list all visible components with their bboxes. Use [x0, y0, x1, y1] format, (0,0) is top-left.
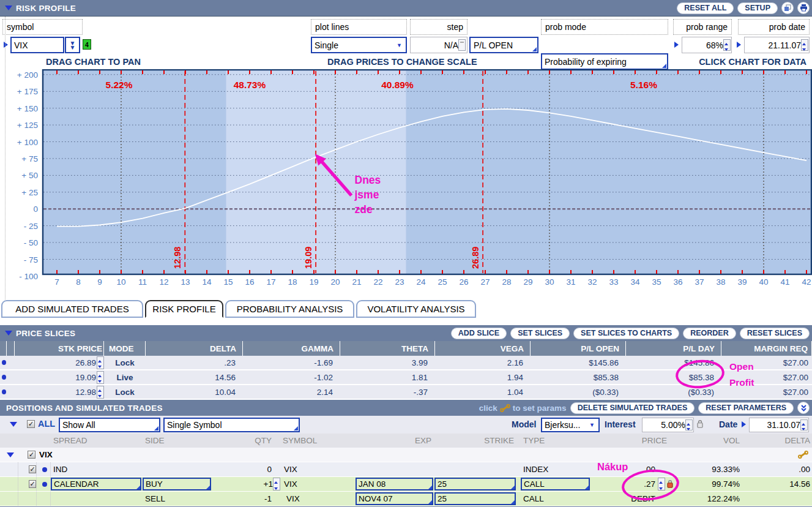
y-axis-label: + 25 [21, 188, 38, 197]
y-axis-label: + 125 [17, 121, 38, 130]
tab-probability-analysis[interactable]: PROBABILITY ANALYSIS [225, 300, 354, 318]
interest-stepper[interactable] [685, 419, 693, 430]
tab-volatility-analysis[interactable]: VOLATILITY ANALYSIS [356, 300, 476, 318]
stk-price-stepper[interactable] [97, 386, 104, 399]
position-row-buy: ✓ CALENDAR BUY +1 VIX JAN 08 25 CALL .27… [0, 477, 812, 492]
y-axis-label: + 75 [21, 154, 38, 163]
exp-select[interactable]: JAN 08 [356, 478, 433, 490]
prob-date-stepper[interactable] [801, 39, 808, 51]
stk-price-stepper[interactable] [97, 371, 104, 384]
collapse-triangle-icon[interactable] [10, 422, 17, 427]
pl-open-button[interactable]: P/L OPEN [469, 37, 538, 53]
slice-price-label: 26.89 [471, 247, 480, 269]
x-axis-label: 38 [716, 277, 725, 287]
x-axis-label: 30 [545, 277, 554, 287]
side-select[interactable]: BUY [143, 478, 211, 490]
row-checkbox[interactable]: ✓ [29, 480, 36, 488]
copy-icon[interactable] [781, 2, 794, 14]
collapse-triangle-icon[interactable] [7, 453, 14, 457]
risk-profile-chart[interactable]: 12.9819.0926.895.22%48.73%40.89%5.16%789… [0, 69, 812, 288]
x-axis-label: 26 [459, 277, 468, 287]
set-slices-to-charts-button[interactable]: SET SLICES TO CHARTS [573, 328, 679, 339]
x-axis-label: 10 [116, 277, 125, 287]
x-axis-label: 33 [609, 277, 618, 287]
slice-price-label: 19.09 [304, 247, 313, 269]
double-down-arrow-icon[interactable]: ▼▼ [65, 37, 80, 53]
positions-filter-row: ✓ ALL Show All Single Symbol Model Bjerk… [0, 416, 812, 434]
col-pl-open: P/L OPEN [531, 341, 626, 356]
x-axis-label: 37 [695, 277, 704, 287]
tab-risk-profile[interactable]: RISK PROFILE [145, 300, 223, 318]
group-symbol-label: VIX [37, 448, 590, 462]
double-chevron-down-icon[interactable] [797, 402, 810, 414]
price-lock-icon[interactable] [666, 479, 674, 489]
col-price: PRICE [590, 434, 677, 448]
price-slices-bar: PRICE SLICES ADD SLICE SET SLICES SET SL… [0, 325, 812, 341]
setup-button[interactable]: SETUP [737, 2, 778, 14]
tab-add-simulated-trades[interactable]: ADD SIMULATED TRADES [1, 300, 143, 318]
show-all-select[interactable]: Show All [59, 418, 160, 432]
today-annotation: jsme [354, 189, 379, 201]
collapse-triangle-icon[interactable] [5, 6, 12, 10]
page-title: RISK PROFILE [16, 4, 76, 13]
wrench-icon[interactable] [798, 451, 808, 459]
price-stepper[interactable] [658, 478, 665, 490]
reset-parameters-button[interactable]: RESET PARAMETERS [698, 402, 794, 414]
instrument-label[interactable]: IND [51, 462, 141, 476]
date-stepper[interactable] [800, 419, 808, 430]
y-axis-label: - 25 [24, 222, 38, 231]
x-axis-label: 7 [54, 277, 59, 287]
x-axis-label: 34 [630, 277, 640, 287]
print-icon[interactable] [797, 2, 810, 14]
exp-select[interactable]: NOV4 07 [356, 492, 433, 505]
chevron-down-icon: ▼ [397, 42, 402, 48]
open-profit-annotation: Profit [729, 377, 754, 388]
x-axis-label: 19 [309, 277, 318, 287]
date-input[interactable]: 31.10.07 [749, 418, 809, 432]
step-stepper[interactable] [458, 39, 466, 51]
today-annotation: zde [355, 203, 373, 216]
x-axis-label: 24 [416, 277, 426, 287]
y-axis-label: 0 [33, 205, 38, 214]
collapse-triangle-icon[interactable] [5, 331, 12, 336]
qty-stepper[interactable] [273, 478, 280, 490]
interest-input[interactable]: 5.00% [642, 418, 694, 432]
x-axis-label: 11 [138, 277, 147, 287]
symbol-input[interactable]: VIX [10, 37, 64, 53]
group-checkbox[interactable]: ✓ [28, 451, 35, 459]
positions-header: SPREAD SIDE QTY SYMBOL EXP STRIKE TYPE P… [0, 434, 812, 448]
prob-range-stepper[interactable] [723, 39, 731, 51]
step-value[interactable]: N/A [410, 37, 467, 53]
y-axis-label: - 50 [24, 238, 38, 247]
reorder-button[interactable]: REORDER [683, 328, 736, 339]
x-axis-label: 39 [737, 277, 747, 287]
open-profit-annotation: Open [729, 361, 754, 372]
reset-all-button[interactable]: RESET ALL [677, 2, 734, 14]
row-checkbox[interactable]: ✓ [29, 465, 36, 473]
set-slices-button[interactable]: SET SLICES [510, 328, 570, 339]
model-select[interactable]: Bjerksu...▼ [541, 418, 600, 432]
x-axis-label: 12 [159, 277, 168, 287]
delete-simulated-trades-button[interactable]: DELETE SIMULATED TRADES [570, 402, 695, 414]
strike-select[interactable]: 25 [434, 492, 516, 505]
bullet-icon [2, 360, 6, 365]
all-checkbox[interactable]: ✓ [27, 420, 35, 428]
strike-select[interactable]: 25 [434, 478, 516, 490]
plot-lines-select[interactable]: Single▼ [311, 37, 407, 53]
prob-range-input[interactable]: 68% [682, 37, 732, 53]
reset-slices-button[interactable]: RESET SLICES [740, 328, 810, 339]
y-axis-label: - 75 [24, 255, 38, 265]
type-select[interactable]: CALL [521, 478, 590, 490]
lock-icon[interactable] [696, 419, 704, 429]
x-axis-label: 15 [223, 277, 233, 287]
stk-price-stepper[interactable] [97, 356, 104, 369]
today-annotation: Dnes [355, 174, 381, 186]
x-axis-label: 29 [523, 277, 532, 287]
prob-range-label: prob range [673, 19, 732, 35]
prob-date-input[interactable]: 21.11.07 [744, 37, 810, 53]
single-symbol-select[interactable]: Single Symbol [163, 418, 300, 432]
add-slice-button[interactable]: ADD SLICE [451, 328, 507, 339]
spread-select[interactable]: CALENDAR [51, 478, 141, 490]
y-axis-label: + 100 [17, 138, 38, 147]
probability-label: 40.89% [381, 80, 414, 90]
